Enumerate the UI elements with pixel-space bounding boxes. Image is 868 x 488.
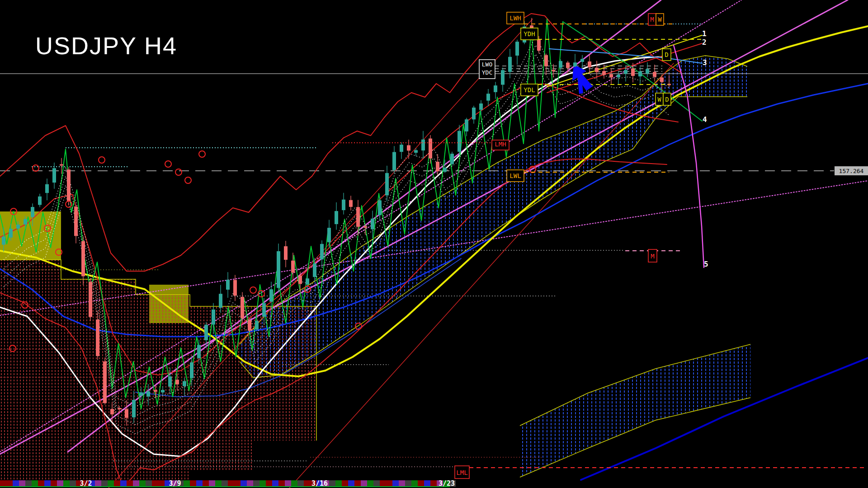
ribbon-block [215, 480, 222, 487]
bottom-ribbon [0, 480, 456, 487]
candle-body [574, 63, 577, 66]
candle-body [443, 168, 447, 172]
level-label-text: LML [456, 469, 467, 476]
candle-body [480, 104, 483, 110]
ribbon-block [146, 480, 152, 487]
level-label-YDH[interactable]: YDH [521, 28, 538, 40]
candle-body [451, 154, 454, 164]
candle-body [422, 140, 425, 150]
ribbon-block [253, 480, 259, 487]
candle-body [321, 244, 324, 259]
ribbon-block [247, 480, 253, 487]
candle-body [125, 409, 128, 418]
ribbon-block [380, 480, 386, 487]
period-marker-D-4[interactable]: D [663, 93, 671, 105]
level-label-LWH[interactable]: LWH [507, 12, 524, 24]
candle-body [436, 162, 439, 171]
candle-body [270, 290, 273, 301]
ribbon-block [234, 480, 241, 487]
level-label-text: LMH [495, 141, 506, 148]
candle-body [75, 207, 78, 236]
level-label-text: M [651, 253, 654, 260]
price-chart-canvas[interactable]: LWHYDHYDLLMHLWLMLMLLWOYDCMWDWD123453/23/… [0, 0, 868, 488]
level-label-text: YDH [524, 30, 535, 38]
candle-body [9, 229, 13, 237]
candle-body [205, 325, 208, 340]
candle-body [292, 261, 295, 272]
level-label-LWO-YDC[interactable]: LWOYDC [479, 60, 495, 79]
ribbon-block [139, 480, 146, 487]
ribbon-block [291, 480, 297, 487]
level-label-YDL[interactable]: YDL [521, 84, 538, 96]
level-label-LMH[interactable]: LMH [492, 140, 509, 150]
ribbon-block [304, 480, 310, 487]
fan-line-number-4: 4 [703, 115, 707, 124]
swing-circle-marker [33, 165, 39, 171]
ribbon-block [272, 480, 278, 487]
candle-body [154, 390, 157, 392]
candle-body [104, 361, 107, 403]
ribbon-block [228, 480, 234, 487]
period-marker-W-1[interactable]: W [656, 14, 664, 25]
x-axis-date-3/16: 3/16 [311, 479, 328, 488]
current-price-tag: 157.264 [835, 166, 868, 175]
ribbon-block [63, 480, 70, 487]
ribbon-block [297, 480, 304, 487]
ribbon-block [25, 480, 32, 487]
period-marker-text: D [665, 51, 668, 58]
candle-body [545, 55, 548, 66]
candle-body [624, 70, 627, 73]
period-marker-text: M [650, 16, 654, 23]
candle-body [603, 71, 606, 75]
candle-body [342, 200, 345, 210]
candle-body [465, 120, 468, 131]
candle-body [538, 39, 541, 51]
ribbon-block [278, 480, 285, 487]
candle-body [552, 70, 555, 71]
ribbon-block [259, 480, 266, 487]
candle-body [176, 380, 179, 384]
candle-body [581, 59, 584, 62]
candle-body [31, 207, 34, 217]
candle-body [248, 320, 251, 330]
ribbon-block [108, 480, 114, 487]
ribbon-block [127, 480, 133, 487]
candle-body [595, 68, 599, 72]
ribbon-block [411, 480, 418, 487]
period-marker-D-2[interactable]: D [662, 49, 671, 61]
ribbon-block [120, 480, 127, 487]
candle-body [67, 170, 71, 201]
ribbon-block [70, 480, 76, 487]
ribbon-block [367, 480, 373, 487]
candle-body [632, 69, 635, 76]
candle-body [617, 75, 620, 77]
level-label-LML[interactable]: LML [455, 466, 469, 479]
candle-body [487, 94, 490, 100]
candle-body [400, 145, 403, 152]
period-marker-W-3[interactable]: W [656, 93, 663, 105]
swing-circle-marker [250, 287, 256, 293]
candle-body [357, 207, 360, 227]
candle-body [169, 377, 172, 387]
candle-body [118, 408, 121, 409]
ribbon-block [354, 480, 361, 487]
candle-body [226, 280, 230, 290]
candle-body [183, 381, 186, 386]
ribbon-block [285, 480, 291, 487]
candle-body [161, 390, 165, 392]
period-marker-M-0[interactable]: M [648, 14, 656, 25]
trading-terminal-chart: { "header": { "title": "USDJPY H4" }, "p… [0, 0, 868, 488]
ribbon-block [44, 480, 51, 487]
swing-circle-marker [99, 157, 105, 163]
candle-body [328, 228, 331, 242]
period-marker-text: D [665, 96, 669, 103]
level-label-M[interactable]: M [648, 249, 657, 262]
candle-body [458, 131, 461, 151]
fan-line-number-1: 1 [702, 29, 707, 38]
fan-line-number-3: 3 [703, 58, 707, 67]
level-label-LWL[interactable]: LWL [507, 170, 524, 182]
period-marker-text: W [657, 96, 661, 103]
ribbon-block [95, 480, 101, 487]
candle-body [653, 72, 656, 77]
candle-body [472, 108, 476, 119]
